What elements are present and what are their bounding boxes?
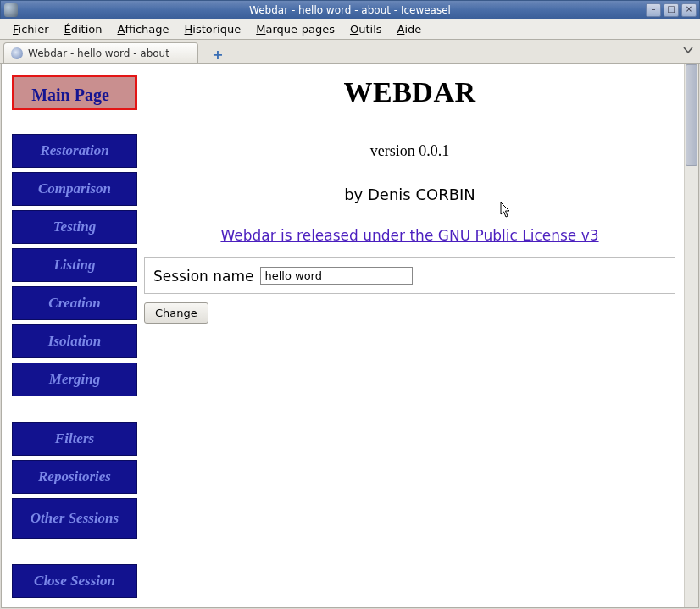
close-button[interactable]: × bbox=[681, 3, 697, 17]
window-titlebar: Webdar - hello word - about - Iceweasel … bbox=[0, 0, 700, 19]
scrollbar-thumb[interactable] bbox=[686, 64, 697, 166]
browser-viewport: Main Page Restoration Comparison Testing… bbox=[1, 64, 699, 608]
session-name-label: Session name bbox=[153, 268, 253, 285]
menu-view[interactable]: Affichage bbox=[109, 20, 176, 38]
window-title: Webdar - hello word - about - Iceweasel bbox=[1, 4, 699, 16]
session-name-box: Session name bbox=[144, 257, 675, 294]
sidebar-main-page[interactable]: Main Page bbox=[12, 75, 137, 110]
tab-label: Webdar - hello word - about bbox=[28, 47, 169, 59]
sidebar-item-merging[interactable]: Merging bbox=[12, 363, 137, 396]
sidebar-main-label: Main Page bbox=[31, 86, 109, 104]
menu-edit[interactable]: Édition bbox=[57, 20, 110, 38]
new-tab-button[interactable]: + bbox=[208, 46, 227, 63]
tab-overflow-button[interactable] bbox=[683, 45, 693, 57]
sidebar-item-other-sessions[interactable]: Other Sessions bbox=[12, 498, 137, 539]
menu-file[interactable]: Fichier bbox=[5, 20, 57, 38]
license-link[interactable]: Webdar is released under the GNU Public … bbox=[220, 227, 598, 244]
version-text: version 0.0.1 bbox=[144, 142, 675, 160]
sidebar-item-listing[interactable]: Listing bbox=[12, 248, 137, 282]
sidebar-item-restoration[interactable]: Restoration bbox=[12, 134, 137, 168]
sidebar-item-comparison[interactable]: Comparison bbox=[12, 172, 137, 206]
menu-help[interactable]: Aide bbox=[390, 20, 430, 38]
page-title: WEBDAR bbox=[144, 76, 675, 108]
tab-active[interactable]: Webdar - hello word - about bbox=[3, 42, 198, 63]
main-content: WEBDAR version 0.0.1 by Denis CORBIN Web… bbox=[144, 64, 684, 607]
sidebar-item-repositories[interactable]: Repositories bbox=[12, 460, 137, 494]
sidebar-item-creation[interactable]: Creation bbox=[12, 286, 137, 320]
menu-tools[interactable]: Outils bbox=[342, 20, 390, 38]
sidebar-item-testing[interactable]: Testing bbox=[12, 210, 137, 244]
menu-history[interactable]: Historique bbox=[177, 20, 249, 38]
minimize-button[interactable]: – bbox=[646, 3, 661, 17]
tab-favicon-icon bbox=[11, 47, 23, 59]
menu-bookmarks[interactable]: Marque-pages bbox=[248, 20, 342, 38]
author-text: by Denis CORBIN bbox=[144, 185, 675, 203]
maximize-button[interactable]: □ bbox=[664, 3, 679, 17]
session-name-input[interactable] bbox=[260, 267, 413, 285]
app-icon bbox=[4, 3, 18, 17]
sidebar: Main Page Restoration Comparison Testing… bbox=[2, 64, 144, 607]
menubar: Fichier Édition Affichage Historique Mar… bbox=[0, 19, 700, 40]
tab-strip: Webdar - hello word - about + bbox=[0, 40, 700, 64]
sidebar-item-filters[interactable]: Filters bbox=[12, 422, 137, 456]
change-button[interactable]: Change bbox=[144, 302, 208, 324]
vertical-scrollbar[interactable] bbox=[684, 64, 698, 607]
sidebar-item-close-session[interactable]: Close Session bbox=[12, 564, 137, 598]
window-controls: – □ × bbox=[646, 3, 699, 17]
sidebar-item-isolation[interactable]: Isolation bbox=[12, 324, 137, 358]
license-line: Webdar is released under the GNU Public … bbox=[144, 227, 675, 244]
page: Main Page Restoration Comparison Testing… bbox=[2, 64, 684, 607]
